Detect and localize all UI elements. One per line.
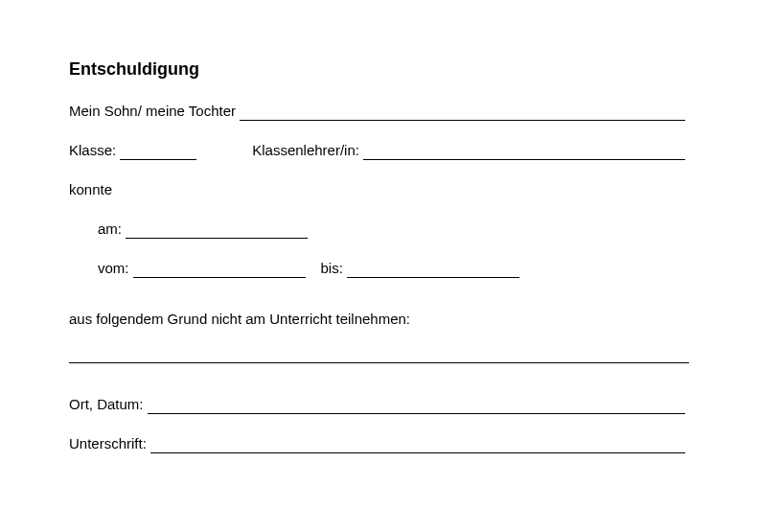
row-am: am: (69, 219, 689, 239)
blank-klassenlehrer[interactable] (363, 145, 685, 160)
row-vom-bis: vom: bis: (69, 258, 689, 278)
row-konnte: konnte (69, 179, 689, 199)
blank-child-name[interactable] (240, 105, 685, 121)
label-unterschrift: Unterschrift: (69, 433, 147, 453)
blank-am[interactable] (126, 223, 308, 239)
blank-klasse[interactable] (120, 145, 196, 160)
form-title: Entschuldigung (69, 59, 689, 80)
blank-ort-datum[interactable] (148, 399, 685, 414)
blank-vom[interactable] (133, 263, 306, 278)
row-reason-label: aus folgendem Grund nicht am Unterricht … (69, 309, 689, 329)
label-klassenlehrer: Klassenlehrer/in: (252, 140, 359, 160)
label-klasse: Klasse: (69, 140, 116, 160)
row-unterschrift: Unterschrift: (69, 433, 689, 453)
label-child-name: Mein Sohn/ meine Tochter (69, 101, 236, 121)
blank-reason[interactable] (69, 348, 689, 363)
label-ort-datum: Ort, Datum: (69, 394, 144, 414)
row-class-teacher: Klasse: Klassenlehrer/in: (69, 140, 689, 160)
label-vom: vom: (98, 258, 129, 278)
label-am: am: (98, 219, 122, 239)
blank-bis[interactable] (347, 263, 519, 278)
label-konnte: konnte (69, 179, 112, 199)
label-reason: aus folgendem Grund nicht am Unterricht … (69, 309, 410, 329)
row-child-name: Mein Sohn/ meine Tochter (69, 101, 689, 121)
label-bis: bis: (321, 258, 343, 278)
blank-unterschrift[interactable] (150, 438, 685, 453)
row-ort-datum: Ort, Datum: (69, 394, 689, 414)
